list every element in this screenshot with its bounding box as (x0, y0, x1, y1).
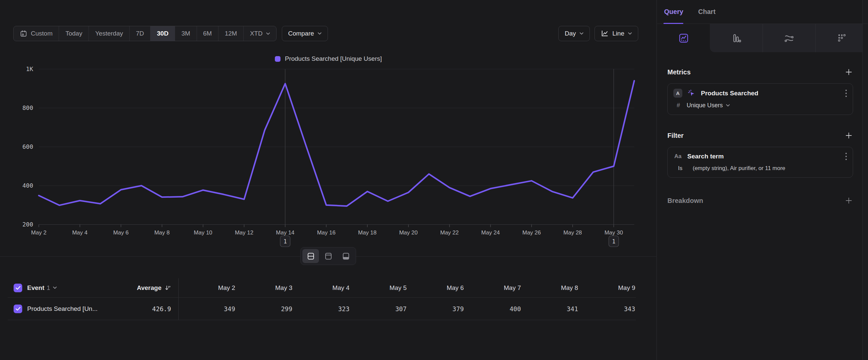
cell-value: 299 (236, 305, 293, 312)
x-axis-label: May 12 (235, 229, 253, 236)
range-button-custom[interactable]: Custom (13, 26, 59, 41)
toolbar-spacer (328, 26, 558, 41)
y-axis-label: 200 (22, 221, 33, 228)
flow-icon (783, 32, 795, 44)
row-event-name: Products Searched [Un... (27, 305, 97, 312)
select-all-checkbox[interactable] (13, 284, 22, 292)
metric-letter-badge: A (673, 89, 682, 98)
event-count: 1 (47, 284, 51, 292)
insights-icon (678, 32, 689, 44)
filter-title: Filter (668, 132, 684, 139)
average-column-header[interactable]: Average (137, 284, 178, 292)
retention-grid-icon (836, 32, 847, 44)
x-axis-label: May 14 (276, 229, 294, 236)
event-pointer-icon (687, 89, 696, 98)
compare-button[interactable]: Compare (282, 26, 328, 41)
cell-value: 349 (179, 305, 236, 312)
add-breakdown-button[interactable] (844, 196, 853, 205)
line-chart[interactable]: 1K800600400200May 2May 4May 6May 8May 10… (0, 50, 657, 257)
x-axis-label: May 30 (604, 229, 623, 236)
date-column-header[interactable]: May 2 (179, 284, 236, 292)
x-axis-label: May 6 (114, 229, 129, 236)
date-columns-header: May 2May 3May 4May 5May 6May 7May 8May 9 (178, 278, 636, 297)
metric-card[interactable]: A Products Searched # Unique Users (668, 83, 853, 115)
string-property-icon: Aa (673, 153, 682, 160)
breakdown-title: Breakdown (668, 197, 703, 204)
add-filter-button[interactable] (844, 131, 853, 140)
filter-section-header: Filter (668, 131, 853, 140)
x-axis-label: May 4 (72, 229, 88, 236)
date-column-header[interactable]: May 8 (522, 284, 579, 292)
annotation-badge-label: 1 (612, 238, 615, 245)
tab-retention-report[interactable] (815, 24, 868, 52)
date-column-header[interactable]: May 6 (407, 284, 465, 292)
date-columns-values: 349299323307379400341343 (178, 298, 636, 320)
breakdown-section-header: Breakdown (668, 196, 853, 205)
date-column-header[interactable]: May 9 (579, 284, 636, 292)
y-axis-label: 1K (26, 65, 33, 73)
range-button-6m[interactable]: 6M (197, 26, 218, 41)
y-axis-label: 600 (22, 143, 33, 150)
layout-table-only-button[interactable] (338, 249, 354, 263)
date-column-header[interactable]: May 4 (293, 284, 350, 292)
cell-value: 343 (579, 305, 636, 312)
range-button-today[interactable]: Today (59, 26, 89, 41)
x-axis-label: May 18 (358, 229, 377, 236)
range-button-xtd[interactable]: XTD (244, 26, 276, 41)
line-chart-icon (601, 30, 609, 37)
kebab-menu-icon[interactable] (845, 152, 847, 161)
cell-value: 341 (522, 305, 579, 312)
measure-selector[interactable]: Unique Users (687, 102, 730, 109)
range-button-7d[interactable]: 7D (130, 26, 151, 41)
layout-chart-only-button[interactable] (320, 249, 337, 263)
compare-label: Compare (288, 30, 314, 37)
add-metric-button[interactable] (844, 68, 853, 76)
range-button-30d[interactable]: 30D (151, 26, 175, 41)
chevron-down-icon (580, 32, 584, 35)
date-column-header[interactable]: May 3 (236, 284, 293, 292)
x-axis-label: May 10 (194, 229, 213, 236)
query-builder: Metrics A Products Searched # (657, 68, 868, 205)
results-table: Event 1 Average May 2May 3May 4May 5May … (8, 278, 636, 320)
tab-chart[interactable]: Chart (698, 8, 715, 16)
table-row[interactable]: Products Searched [Un... 426.9 349299323… (8, 297, 636, 320)
range-button-3m[interactable]: 3M (175, 26, 196, 41)
x-axis-label: May 20 (399, 229, 418, 236)
cell-value: 323 (293, 305, 350, 312)
filter-operator[interactable]: Is (678, 165, 682, 172)
metric-card-row: A Products Searched (673, 89, 847, 98)
chart-type-button[interactable]: Line (594, 26, 638, 41)
range-button-12m[interactable]: 12M (218, 26, 244, 41)
range-button-yesterday[interactable]: Yesterday (89, 26, 130, 41)
y-axis-label: 400 (22, 182, 33, 189)
row-checkbox[interactable] (13, 305, 22, 313)
kebab-menu-icon[interactable] (845, 89, 847, 98)
filter-card[interactable]: Aa Search term Is (empty string), Air pu… (668, 147, 853, 178)
sidebar-scroll-gutter[interactable] (862, 0, 868, 360)
row-average-value: 426.9 (152, 305, 178, 312)
metric-name: Products Searched (701, 90, 758, 97)
granularity-button[interactable]: Day (558, 26, 590, 41)
layout-split-horizontal-button[interactable] (302, 249, 319, 263)
sort-descending-icon (164, 285, 171, 291)
tab-query[interactable]: Query (664, 8, 683, 16)
x-axis-label: May 26 (522, 229, 541, 236)
date-column-header[interactable]: May 7 (465, 284, 522, 292)
date-column-header[interactable]: May 5 (350, 284, 407, 292)
filter-card-row: Aa Search term (673, 152, 847, 161)
x-axis-label: May 24 (482, 229, 500, 236)
chevron-down-icon (628, 32, 632, 35)
filter-values[interactable]: (empty string), Air purifier, or 11 more (692, 165, 785, 172)
toolbar: CustomTodayYesterday7D30D3M6M12MXTD Comp… (13, 26, 638, 41)
tab-insights-report[interactable] (657, 24, 710, 52)
x-axis-label: May 28 (563, 229, 582, 236)
chevron-down-icon[interactable] (53, 286, 57, 289)
chevron-down-icon (318, 32, 321, 35)
annotation-badge-label: 1 (283, 238, 287, 245)
tab-funnels-report[interactable] (710, 24, 763, 52)
tab-flows-report[interactable] (763, 24, 815, 52)
metrics-section-header: Metrics (668, 68, 853, 76)
x-axis-label: May 2 (31, 229, 46, 236)
calendar-icon (20, 30, 27, 37)
date-range-group: CustomTodayYesterday7D30D3M6M12MXTD (13, 26, 277, 41)
